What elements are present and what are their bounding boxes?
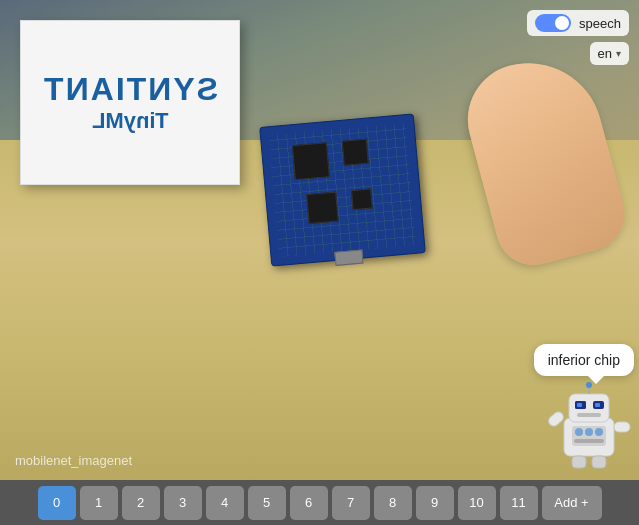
speech-controls: speech en ▾ — [527, 10, 629, 65]
add-button[interactable]: Add + — [542, 486, 602, 520]
svg-rect-14 — [574, 439, 604, 443]
language-selector[interactable]: en ▾ — [590, 42, 629, 65]
robot-icon — [544, 380, 634, 470]
page-btn-0[interactable]: 0 — [38, 486, 76, 520]
speech-bubble-text: inferior chip — [548, 352, 620, 368]
chevron-down-icon: ▾ — [616, 48, 621, 59]
page-btn-9[interactable]: 9 — [416, 486, 454, 520]
svg-rect-17 — [572, 456, 586, 468]
product-box: SYNTIANT TinyML — [20, 20, 240, 185]
svg-rect-8 — [595, 403, 600, 407]
page-btn-5[interactable]: 5 — [248, 486, 286, 520]
page-btn-11[interactable]: 11 — [500, 486, 538, 520]
svg-rect-9 — [577, 413, 601, 417]
svg-point-13 — [595, 428, 603, 436]
toggle-knob — [555, 16, 569, 30]
svg-rect-18 — [592, 456, 606, 468]
page-btn-1[interactable]: 1 — [80, 486, 118, 520]
speech-label: speech — [579, 16, 621, 31]
svg-rect-6 — [577, 403, 582, 407]
page-btn-2[interactable]: 2 — [122, 486, 160, 520]
svg-point-12 — [585, 428, 593, 436]
app-container: SYNTIANT TinyML mobilenet_imagenet speec… — [0, 0, 639, 525]
robot-area: inferior chip — [534, 344, 634, 470]
circuit-board — [259, 114, 426, 267]
box-text-line1: SYNTIANT — [42, 71, 218, 108]
pagination-bar: 0 1 2 3 4 5 6 7 8 9 10 11 Add + — [0, 480, 639, 525]
chip-component — [342, 139, 369, 166]
chip-component — [306, 192, 339, 225]
page-btn-10[interactable]: 10 — [458, 486, 496, 520]
svg-point-11 — [575, 428, 583, 436]
svg-rect-16 — [614, 422, 630, 432]
chip-component — [351, 189, 373, 211]
page-btn-7[interactable]: 7 — [332, 486, 370, 520]
watermark-label: mobilenet_imagenet — [15, 453, 132, 468]
page-btn-4[interactable]: 4 — [206, 486, 244, 520]
chip-component — [292, 142, 330, 180]
video-area: SYNTIANT TinyML mobilenet_imagenet speec… — [0, 0, 639, 480]
speech-bubble: inferior chip — [534, 344, 634, 376]
page-btn-3[interactable]: 3 — [164, 486, 202, 520]
speech-toggle[interactable] — [535, 14, 571, 32]
usb-connector — [334, 250, 363, 266]
speech-toggle-row: speech — [527, 10, 629, 36]
language-value: en — [598, 46, 612, 61]
page-btn-8[interactable]: 8 — [374, 486, 412, 520]
page-btn-6[interactable]: 6 — [290, 486, 328, 520]
box-text-line2: TinyML — [92, 108, 169, 134]
svg-rect-15 — [547, 410, 566, 428]
